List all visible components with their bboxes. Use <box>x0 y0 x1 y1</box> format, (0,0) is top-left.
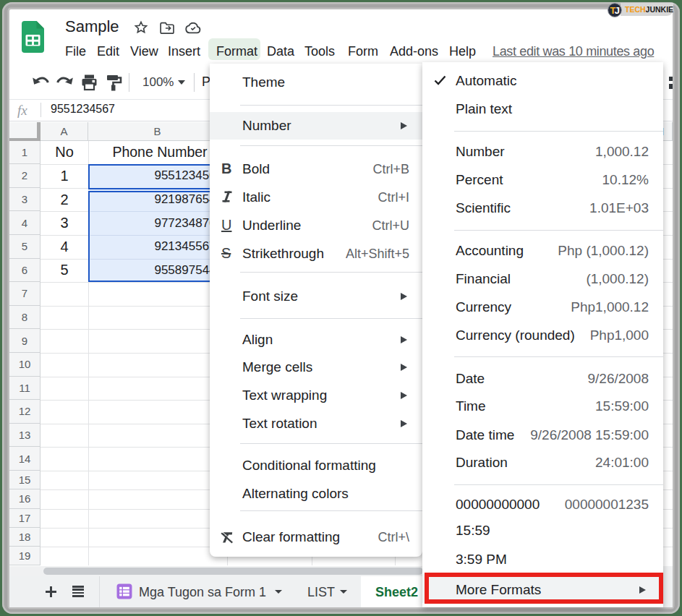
svg-text:J: J <box>615 5 620 16</box>
